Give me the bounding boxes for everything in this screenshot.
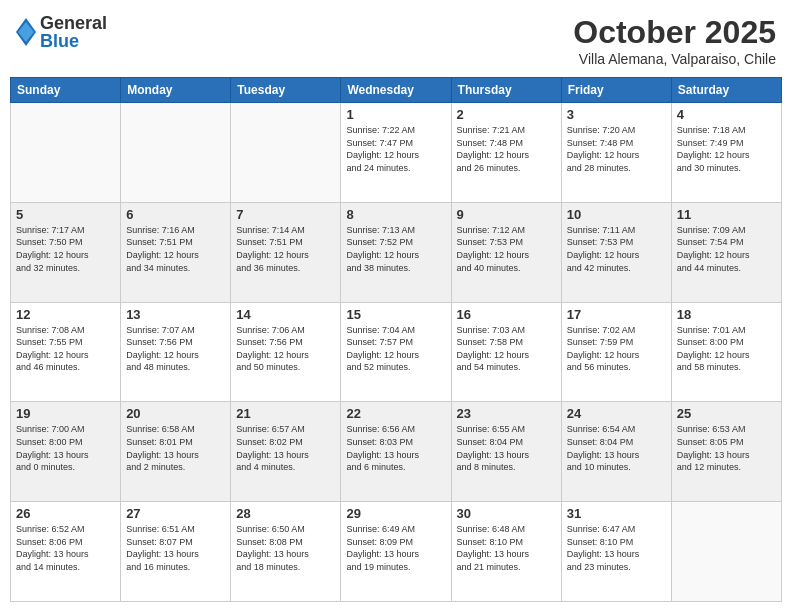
col-friday: Friday — [561, 78, 671, 103]
calendar-week-row: 26Sunrise: 6:52 AM Sunset: 8:06 PM Dayli… — [11, 502, 782, 602]
table-row: 18Sunrise: 7:01 AM Sunset: 8:00 PM Dayli… — [671, 302, 781, 402]
day-info: Sunrise: 6:49 AM Sunset: 8:09 PM Dayligh… — [346, 523, 445, 573]
day-number: 19 — [16, 406, 115, 421]
day-info: Sunrise: 7:06 AM Sunset: 7:56 PM Dayligh… — [236, 324, 335, 374]
table-row: 6Sunrise: 7:16 AM Sunset: 7:51 PM Daylig… — [121, 202, 231, 302]
day-number: 10 — [567, 207, 666, 222]
logo-icon — [16, 18, 36, 46]
day-number: 9 — [457, 207, 556, 222]
day-number: 20 — [126, 406, 225, 421]
logo-blue-text: Blue — [40, 32, 107, 50]
day-info: Sunrise: 7:01 AM Sunset: 8:00 PM Dayligh… — [677, 324, 776, 374]
table-row: 7Sunrise: 7:14 AM Sunset: 7:51 PM Daylig… — [231, 202, 341, 302]
day-info: Sunrise: 7:04 AM Sunset: 7:57 PM Dayligh… — [346, 324, 445, 374]
day-info: Sunrise: 6:57 AM Sunset: 8:02 PM Dayligh… — [236, 423, 335, 473]
location-subtitle: Villa Alemana, Valparaiso, Chile — [573, 51, 776, 67]
day-info: Sunrise: 7:18 AM Sunset: 7:49 PM Dayligh… — [677, 124, 776, 174]
day-number: 12 — [16, 307, 115, 322]
table-row: 5Sunrise: 7:17 AM Sunset: 7:50 PM Daylig… — [11, 202, 121, 302]
day-info: Sunrise: 7:00 AM Sunset: 8:00 PM Dayligh… — [16, 423, 115, 473]
table-row: 8Sunrise: 7:13 AM Sunset: 7:52 PM Daylig… — [341, 202, 451, 302]
table-row: 13Sunrise: 7:07 AM Sunset: 7:56 PM Dayli… — [121, 302, 231, 402]
table-row: 1Sunrise: 7:22 AM Sunset: 7:47 PM Daylig… — [341, 103, 451, 203]
logo: General Blue — [16, 14, 107, 50]
day-number: 30 — [457, 506, 556, 521]
calendar-table: Sunday Monday Tuesday Wednesday Thursday… — [10, 77, 782, 602]
calendar-week-row: 12Sunrise: 7:08 AM Sunset: 7:55 PM Dayli… — [11, 302, 782, 402]
day-number: 25 — [677, 406, 776, 421]
day-info: Sunrise: 6:58 AM Sunset: 8:01 PM Dayligh… — [126, 423, 225, 473]
table-row: 31Sunrise: 6:47 AM Sunset: 8:10 PM Dayli… — [561, 502, 671, 602]
day-number: 1 — [346, 107, 445, 122]
day-info: Sunrise: 6:52 AM Sunset: 8:06 PM Dayligh… — [16, 523, 115, 573]
table-row: 25Sunrise: 6:53 AM Sunset: 8:05 PM Dayli… — [671, 402, 781, 502]
table-row: 10Sunrise: 7:11 AM Sunset: 7:53 PM Dayli… — [561, 202, 671, 302]
day-info: Sunrise: 7:11 AM Sunset: 7:53 PM Dayligh… — [567, 224, 666, 274]
page: General Blue October 2025 Villa Alemana,… — [0, 0, 792, 612]
table-row: 30Sunrise: 6:48 AM Sunset: 8:10 PM Dayli… — [451, 502, 561, 602]
month-title: October 2025 — [573, 14, 776, 51]
table-row: 14Sunrise: 7:06 AM Sunset: 7:56 PM Dayli… — [231, 302, 341, 402]
col-sunday: Sunday — [11, 78, 121, 103]
day-number: 24 — [567, 406, 666, 421]
table-row: 24Sunrise: 6:54 AM Sunset: 8:04 PM Dayli… — [561, 402, 671, 502]
day-number: 7 — [236, 207, 335, 222]
col-wednesday: Wednesday — [341, 78, 451, 103]
table-row: 4Sunrise: 7:18 AM Sunset: 7:49 PM Daylig… — [671, 103, 781, 203]
day-info: Sunrise: 7:20 AM Sunset: 7:48 PM Dayligh… — [567, 124, 666, 174]
svg-marker-1 — [18, 22, 34, 42]
table-row: 26Sunrise: 6:52 AM Sunset: 8:06 PM Dayli… — [11, 502, 121, 602]
table-row: 23Sunrise: 6:55 AM Sunset: 8:04 PM Dayli… — [451, 402, 561, 502]
title-area: October 2025 Villa Alemana, Valparaiso, … — [573, 14, 776, 67]
logo-general-text: General — [40, 14, 107, 32]
day-number: 16 — [457, 307, 556, 322]
calendar-week-row: 5Sunrise: 7:17 AM Sunset: 7:50 PM Daylig… — [11, 202, 782, 302]
table-row — [121, 103, 231, 203]
col-tuesday: Tuesday — [231, 78, 341, 103]
table-row: 9Sunrise: 7:12 AM Sunset: 7:53 PM Daylig… — [451, 202, 561, 302]
table-row: 3Sunrise: 7:20 AM Sunset: 7:48 PM Daylig… — [561, 103, 671, 203]
day-info: Sunrise: 7:09 AM Sunset: 7:54 PM Dayligh… — [677, 224, 776, 274]
table-row: 21Sunrise: 6:57 AM Sunset: 8:02 PM Dayli… — [231, 402, 341, 502]
day-info: Sunrise: 7:21 AM Sunset: 7:48 PM Dayligh… — [457, 124, 556, 174]
day-info: Sunrise: 6:51 AM Sunset: 8:07 PM Dayligh… — [126, 523, 225, 573]
col-thursday: Thursday — [451, 78, 561, 103]
day-info: Sunrise: 7:13 AM Sunset: 7:52 PM Dayligh… — [346, 224, 445, 274]
table-row: 15Sunrise: 7:04 AM Sunset: 7:57 PM Dayli… — [341, 302, 451, 402]
table-row: 11Sunrise: 7:09 AM Sunset: 7:54 PM Dayli… — [671, 202, 781, 302]
day-info: Sunrise: 6:56 AM Sunset: 8:03 PM Dayligh… — [346, 423, 445, 473]
day-number: 21 — [236, 406, 335, 421]
day-info: Sunrise: 6:47 AM Sunset: 8:10 PM Dayligh… — [567, 523, 666, 573]
day-info: Sunrise: 6:48 AM Sunset: 8:10 PM Dayligh… — [457, 523, 556, 573]
table-row: 19Sunrise: 7:00 AM Sunset: 8:00 PM Dayli… — [11, 402, 121, 502]
day-number: 6 — [126, 207, 225, 222]
day-info: Sunrise: 7:16 AM Sunset: 7:51 PM Dayligh… — [126, 224, 225, 274]
day-info: Sunrise: 7:17 AM Sunset: 7:50 PM Dayligh… — [16, 224, 115, 274]
day-info: Sunrise: 7:03 AM Sunset: 7:58 PM Dayligh… — [457, 324, 556, 374]
table-row: 12Sunrise: 7:08 AM Sunset: 7:55 PM Dayli… — [11, 302, 121, 402]
day-number: 28 — [236, 506, 335, 521]
day-number: 8 — [346, 207, 445, 222]
day-number: 2 — [457, 107, 556, 122]
table-row: 29Sunrise: 6:49 AM Sunset: 8:09 PM Dayli… — [341, 502, 451, 602]
calendar-header-row: Sunday Monday Tuesday Wednesday Thursday… — [11, 78, 782, 103]
day-number: 22 — [346, 406, 445, 421]
day-number: 18 — [677, 307, 776, 322]
table-row — [231, 103, 341, 203]
table-row — [11, 103, 121, 203]
day-info: Sunrise: 7:12 AM Sunset: 7:53 PM Dayligh… — [457, 224, 556, 274]
col-saturday: Saturday — [671, 78, 781, 103]
table-row: 17Sunrise: 7:02 AM Sunset: 7:59 PM Dayli… — [561, 302, 671, 402]
table-row — [671, 502, 781, 602]
table-row: 22Sunrise: 6:56 AM Sunset: 8:03 PM Dayli… — [341, 402, 451, 502]
header: General Blue October 2025 Villa Alemana,… — [10, 10, 782, 71]
day-number: 15 — [346, 307, 445, 322]
table-row: 20Sunrise: 6:58 AM Sunset: 8:01 PM Dayli… — [121, 402, 231, 502]
day-info: Sunrise: 7:08 AM Sunset: 7:55 PM Dayligh… — [16, 324, 115, 374]
day-number: 13 — [126, 307, 225, 322]
day-number: 5 — [16, 207, 115, 222]
day-number: 31 — [567, 506, 666, 521]
table-row: 2Sunrise: 7:21 AM Sunset: 7:48 PM Daylig… — [451, 103, 561, 203]
day-info: Sunrise: 6:50 AM Sunset: 8:08 PM Dayligh… — [236, 523, 335, 573]
day-number: 26 — [16, 506, 115, 521]
